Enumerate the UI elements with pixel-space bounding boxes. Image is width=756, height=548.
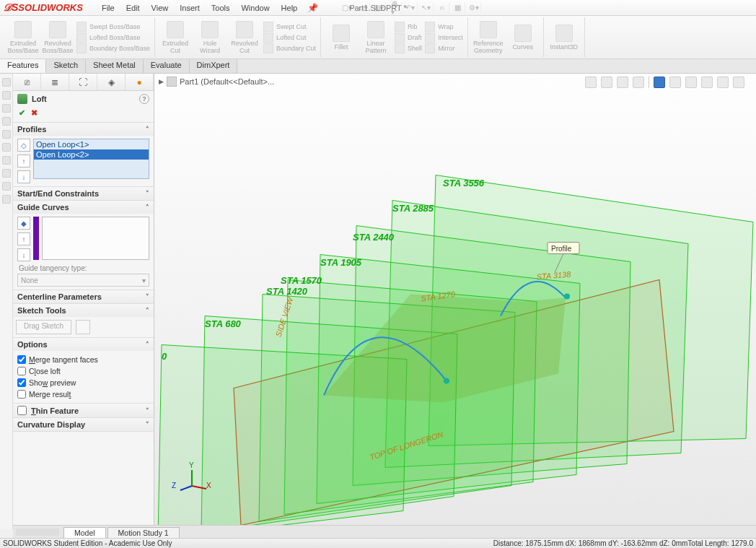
cmd-curves[interactable]: Curves [507,19,539,56]
animation-controls[interactable] [16,529,59,536]
guide-move-up-button[interactable]: ↑ [17,232,30,245]
drag-sketch-button[interactable]: Drag Sketch [16,320,71,334]
status-left: SOLIDWORKS Student Edition - Academic Us… [3,539,172,547]
sketch-undo-icon[interactable] [76,320,90,334]
tab-sheet-metal[interactable]: Sheet Metal [86,59,144,73]
menu-view[interactable]: View [146,2,175,14]
help-icon[interactable]: ? [139,94,149,104]
profile-handle[interactable] [444,378,449,384]
cancel-button[interactable]: ✖ [31,108,38,118]
cmd-lofted-boss[interactable]: Lofted Boss/Base [76,32,150,43]
cmd-revolved-cut[interactable]: Revolved Cut [229,19,260,56]
tab-sketch[interactable]: Sketch [46,59,86,73]
sketch-tools-header[interactable]: Sketch Tools˄ [13,304,154,317]
profile-move-down-button[interactable]: ↓ [17,170,30,183]
cmd-rib[interactable]: Rib [395,22,422,32]
qat-new-icon[interactable]: ▢▾ [340,2,354,14]
menu-edit[interactable]: Edit [120,2,146,14]
cmd-draft[interactable]: Draft [395,32,422,43]
profile-move-up-button[interactable]: ↑ [17,155,30,168]
station-label: STA 680 [205,318,242,329]
qat-options-icon[interactable]: ⚙▾ [467,2,481,14]
tab-model[interactable]: Model [63,527,106,538]
qat-open-icon[interactable]: ▭▾ [356,2,370,14]
thin-feature-header[interactable]: Thin Feature˅ [13,404,154,417]
tab-features[interactable]: Features [0,59,46,73]
profiles-listbox[interactable]: Open Loop<1> Open Loop<2> [33,139,149,179]
cmd-wrap[interactable]: Wrap [425,22,463,32]
rail-icon[interactable] [2,104,11,113]
qat-save-icon[interactable]: ▤▾ [372,2,386,14]
mgr-tab-config-icon[interactable]: ⛶ [69,74,97,90]
rail-icon[interactable] [2,78,11,87]
cmd-fillet[interactable]: Fillet [325,19,357,56]
cmd-swept-boss[interactable]: Swept Boss/Base [76,22,150,32]
profiles-header[interactable]: Profiles˄ [13,123,154,136]
cmd-intersect[interactable]: Intersect [425,32,463,43]
opt-merge-tangent[interactable]: Merge tangent faces [17,354,149,365]
tab-evaluate[interactable]: Evaluate [144,59,190,73]
rail-icon[interactable] [2,117,11,126]
zero-label: 0 [162,351,167,362]
qat-rebuild-icon[interactable]: ⎌ [435,2,449,14]
qat-select-icon[interactable]: ↖▾ [419,2,434,14]
menu-tools[interactable]: Tools [206,2,236,14]
mgr-tab-feature-icon[interactable]: ⎚ [13,74,41,90]
mgr-tab-property-icon[interactable]: ≣ [41,74,69,90]
cmd-shell[interactable]: Shell [395,43,422,53]
guide-tangency-select[interactable]: None▾ [17,274,149,287]
cmd-boundary-cut[interactable]: Boundary Cut [263,43,316,53]
property-manager: ⎚ ≣ ⛶ ◈ ● Loft ? ✔ ✖ Profiles˄ ◇ ↑ ↓ Ope… [13,74,154,529]
opt-show-preview[interactable]: Show preview [17,377,149,388]
graphics-viewport[interactable]: ▶ Part1 (Default<<Default>... [154,74,756,529]
profile-handle[interactable] [564,294,570,300]
opt-close-loft[interactable]: Close loft [17,365,149,377]
cmd-mirror[interactable]: Mirror [425,43,463,53]
thin-feature-checkbox[interactable] [17,406,27,415]
cmd-revolved-boss[interactable]: Revolved Boss/Base [42,19,74,56]
profile-item[interactable]: Open Loop<1> [34,139,149,149]
rail-icon[interactable] [2,195,11,204]
menu-window[interactable]: Window [235,2,275,14]
cmd-lofted-cut[interactable]: Lofted Cut [263,32,316,43]
menu-insert[interactable]: Insert [174,2,206,14]
curvature-display-header[interactable]: Curvature Display˅ [13,418,154,431]
cmd-extruded-cut[interactable]: Extruded Cut [159,19,191,56]
menu-file[interactable]: File [96,2,120,14]
profile-diamond-icon[interactable]: ◇ [17,139,30,152]
guide-move-down-button[interactable]: ↓ [17,248,30,261]
cmd-hole-wizard[interactable]: Hole Wizard [194,19,226,56]
cmd-linear-pattern[interactable]: Linear Pattern [360,19,392,56]
guide-diamond-icon[interactable]: ◆ [17,217,30,230]
rail-icon[interactable] [2,130,11,139]
rail-icon[interactable] [2,182,11,191]
cmd-extruded-boss[interactable]: Extruded Boss/Base [7,19,39,56]
rail-icon[interactable] [2,169,11,178]
cmd-instant3d[interactable]: Instant3D [548,19,580,56]
start-end-header[interactable]: Start/End Constraints˅ [13,187,154,200]
cmd-reference-geometry[interactable]: Reference Geometry [472,19,504,56]
chevron-down-icon: ˅ [146,421,149,428]
orientation-triad[interactable]: Z X Y [175,466,208,496]
ok-button[interactable]: ✔ [19,108,25,118]
qat-print-icon[interactable]: 🖶▾ [387,2,402,14]
cmd-swept-cut[interactable]: Swept Cut [263,22,316,32]
rail-icon[interactable] [2,143,11,152]
qat-undo-icon[interactable]: ↶▾ [403,2,418,14]
guide-curves-header[interactable]: Guide Curves˄ [13,201,154,214]
mgr-tab-dim-icon[interactable]: ◈ [97,74,126,90]
centerline-header[interactable]: Centerline Parameters˅ [13,290,154,303]
menu-help[interactable]: Help [276,2,304,14]
guide-listbox[interactable] [42,217,149,260]
rail-icon[interactable] [2,91,11,100]
opt-merge-result[interactable]: Merge result [17,388,149,400]
pin-icon[interactable]: 📌 [307,3,318,13]
qat-appearance-icon[interactable]: ▦ [451,2,465,14]
profile-item[interactable]: Open Loop<2> [34,149,149,160]
cmd-boundary-boss[interactable]: Boundary Boss/Base [76,43,150,53]
options-header[interactable]: Options˄ [13,338,154,351]
tab-motion-study[interactable]: Motion Study 1 [107,527,180,538]
rail-icon[interactable] [2,156,11,165]
tab-dimxpert[interactable]: DimXpert [190,59,238,73]
mgr-tab-display-icon[interactable]: ● [126,74,154,90]
